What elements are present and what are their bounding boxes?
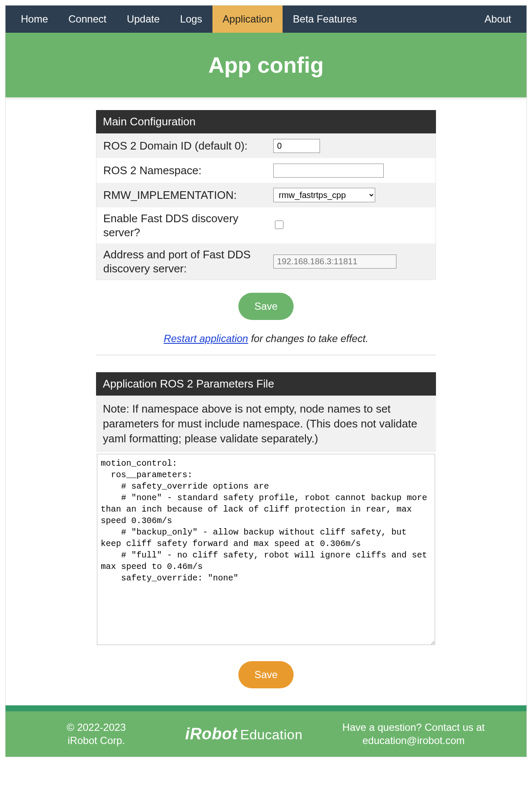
fastdds-addr-input[interactable] [273,255,396,269]
save-main-config-button[interactable]: Save [238,293,294,320]
namespace-input[interactable] [273,164,384,178]
nav-application[interactable]: Application [212,6,283,33]
rmw-label: RMW_IMPLEMENTATION: [103,188,273,202]
nav-logs[interactable]: Logs [170,6,212,33]
nav-beta-features[interactable]: Beta Features [283,6,367,33]
nav-connect[interactable]: Connect [58,6,116,33]
domain-id-input[interactable] [273,139,320,153]
save-params-button[interactable]: Save [238,661,294,688]
restart-suffix: for changes to take effect. [248,333,368,344]
top-navbar: Home Connect Update Logs Application Bet… [6,6,526,33]
nav-home[interactable]: Home [11,6,58,33]
nav-about[interactable]: About [474,6,521,33]
params-file-panel: Application ROS 2 Parameters File Note: … [96,372,436,648]
page-hero: App config [6,33,526,97]
fastdds-enable-checkbox[interactable] [275,221,283,229]
restart-application-link[interactable]: Restart application [164,333,248,344]
section-divider [96,355,436,355]
nav-update[interactable]: Update [116,6,170,33]
footer-copyright-line1: © 2022-2023 [23,721,170,734]
footer-contact-line1: Have a question? Contact us at [318,721,509,734]
params-file-header: Application ROS 2 Parameters File [96,372,436,396]
page-title: App config [10,52,522,78]
footer-copyright-line2: iRobot Corp. [23,734,170,747]
footer-brand-main: iRobot [185,725,238,743]
fastdds-enable-label: Enable Fast DDS discovery server? [103,212,273,239]
footer-contact-email[interactable]: education@irobot.com [318,734,509,747]
footer-accent-bar [6,705,526,711]
restart-note: Restart application for changes to take … [96,333,436,345]
main-config-header: Main Configuration [96,110,436,133]
params-yaml-textarea[interactable] [97,454,435,645]
rmw-select[interactable]: rmw_fastrtps_cpp [273,188,375,202]
domain-id-label: ROS 2 Domain ID (default 0): [103,139,273,153]
namespace-label: ROS 2 Namespace: [103,164,273,178]
footer-brand-logo: iRobotEducation [185,725,303,743]
main-config-panel: Main Configuration ROS 2 Domain ID (defa… [96,110,436,280]
page-footer: © 2022-2023 iRobot Corp. iRobotEducation… [6,711,526,756]
params-file-note: Note: If namespace above is not empty, n… [96,396,436,452]
footer-brand-sub: Education [240,727,303,742]
fastdds-addr-label: Address and port of Fast DDS discovery s… [103,248,273,275]
